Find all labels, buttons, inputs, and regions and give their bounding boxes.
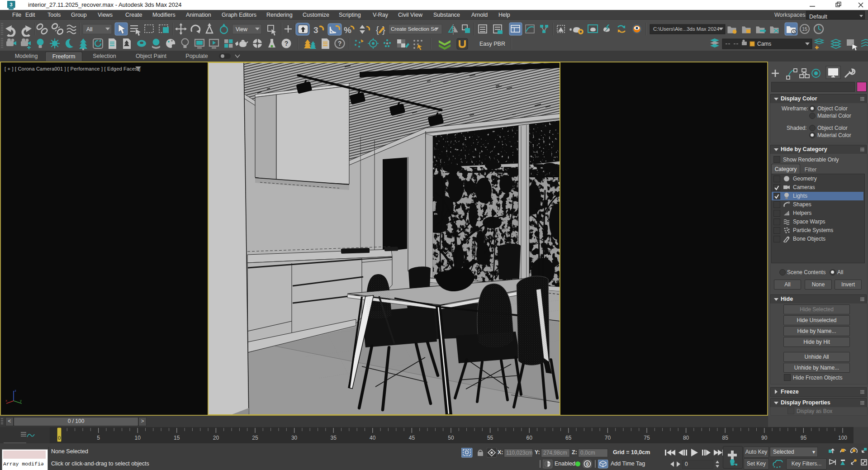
svg-text:95: 95 (801, 435, 807, 441)
svg-text:x: x (5, 399, 7, 403)
svg-text:3: 3 (9, 2, 12, 7)
svg-text:5: 5 (97, 435, 100, 441)
svg-text:View: View (236, 26, 247, 33)
svg-text:Easy PBR: Easy PBR (479, 41, 505, 47)
svg-text:50: 50 (448, 435, 454, 441)
svg-text:?: ? (285, 40, 289, 47)
svg-text:0: 0 (58, 435, 61, 441)
svg-text:?: ? (338, 40, 342, 47)
svg-text:Create Selection Se: Create Selection Se (391, 26, 437, 32)
svg-text:Cams: Cams (757, 41, 771, 47)
svg-text:0: 0 (586, 462, 589, 467)
svg-text:All: All (86, 26, 92, 33)
svg-text:70: 70 (605, 435, 611, 441)
svg-text:z: z (14, 389, 16, 393)
svg-text:90: 90 (761, 435, 768, 441)
svg-text:15: 15 (174, 435, 180, 441)
svg-text:25: 25 (252, 435, 258, 441)
svg-text:y: y (20, 399, 22, 403)
svg-text:65: 65 (565, 435, 572, 441)
svg-text:15: 15 (802, 26, 807, 32)
svg-text:45: 45 (409, 435, 415, 441)
svg-text:75: 75 (644, 435, 650, 441)
svg-text:{: { (376, 25, 379, 35)
svg-text:100: 100 (838, 435, 847, 441)
svg-text:60: 60 (526, 435, 533, 441)
svg-text:20: 20 (213, 435, 219, 441)
svg-text:55: 55 (487, 435, 493, 441)
svg-text:%: % (344, 25, 351, 35)
svg-text:35: 35 (331, 435, 337, 441)
svg-text:30: 30 (291, 435, 298, 441)
svg-text:C:\Users\Ale...3ds Max 2024: C:\Users\Ale...3ds Max 2024 (653, 26, 720, 32)
svg-text:80: 80 (683, 435, 689, 441)
svg-text:10: 10 (135, 435, 141, 441)
svg-text:3: 3 (313, 25, 318, 35)
svg-text:40: 40 (370, 435, 376, 441)
svg-text:85: 85 (722, 435, 729, 441)
